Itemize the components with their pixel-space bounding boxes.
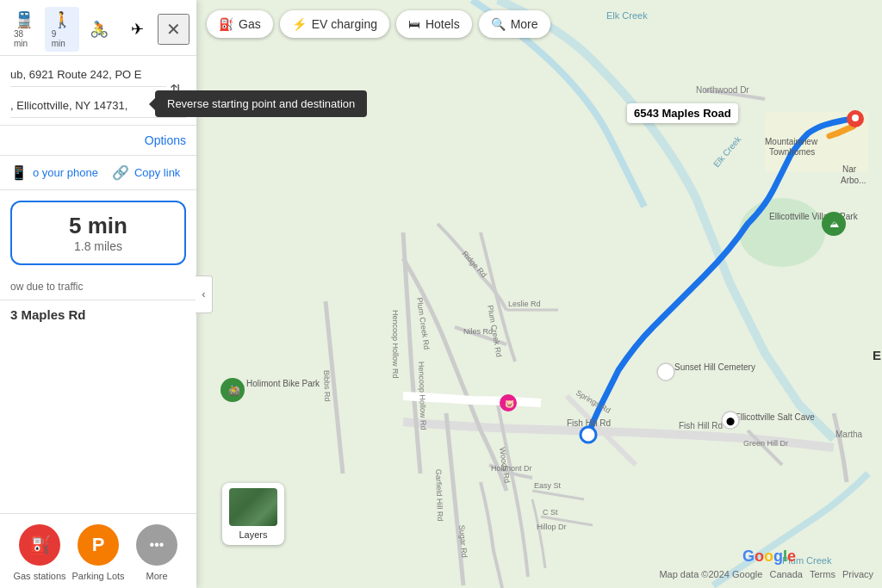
gas-stations-item[interactable]: ⛽ Gas stations xyxy=(10,524,69,581)
gas-filter-button[interactable]: ⛽ Gas xyxy=(207,10,273,38)
svg-point-1 xyxy=(739,198,825,267)
layers-thumbnail xyxy=(229,488,277,526)
share-row: 📱 o your phone 🔗 Copy link xyxy=(0,156,196,190)
flight-mode[interactable]: ✈ xyxy=(120,16,154,42)
google-logo: Google xyxy=(742,548,796,566)
more-label: More xyxy=(146,571,167,581)
svg-text:Hencoop Hollow Rd: Hencoop Hollow Rd xyxy=(391,310,400,379)
g-letter-red: o xyxy=(755,548,764,565)
route-time: 5 min xyxy=(26,213,171,239)
route-inputs: ⇅ xyxy=(0,56,196,126)
canada-link[interactable]: Canada xyxy=(769,569,803,579)
ev-filter-icon: ⚡ xyxy=(292,17,307,31)
walking-time: 9 min xyxy=(52,29,72,48)
svg-text:🐷: 🐷 xyxy=(505,399,515,409)
map-background: Fish Hill Rd Fish Hill Rd Elk Creek Elk … xyxy=(196,0,882,588)
parking-icon-circle: P xyxy=(78,524,119,566)
ev-filter-button[interactable]: ⚡ EV charging xyxy=(280,10,389,38)
parking-label: Parking Lots xyxy=(71,571,124,581)
svg-text:Nar: Nar xyxy=(842,164,857,174)
terms-link[interactable]: Terms xyxy=(810,569,835,579)
options-button[interactable]: Options xyxy=(145,133,186,147)
transit-icon: 🚆 xyxy=(15,10,34,29)
bottom-icons: ⛽ Gas stations P Parking Lots ••• More xyxy=(0,513,196,588)
map-destination-label: 6543 Maples Road xyxy=(627,103,738,123)
map-area[interactable]: Fish Hill Rd Fish Hill Rd Elk Creek Elk … xyxy=(196,0,882,588)
gas-filter-label: Gas xyxy=(239,17,261,31)
origin-input[interactable] xyxy=(10,63,186,87)
link-icon: 🔗 xyxy=(112,164,129,181)
transit-mode[interactable]: 🚆 38 min xyxy=(7,7,41,52)
more-filter-label: More xyxy=(511,17,538,31)
svg-text:Elk Creek: Elk Creek xyxy=(606,10,648,21)
svg-text:Ellicottville: Ellicottville xyxy=(873,348,882,362)
svg-text:Arbo...: Arbo... xyxy=(841,176,866,185)
svg-text:Niles Rd: Niles Rd xyxy=(463,327,493,336)
left-panel: 🚆 38 min 🚶 9 min 🚴 ✈ ✕ ⇅ Options 📱 o you… xyxy=(0,0,196,588)
transit-time: 38 min xyxy=(14,29,34,48)
traffic-note: ow due to traffic xyxy=(0,281,196,300)
gas-filter-icon: ⛽ xyxy=(219,17,233,31)
map-attribution: Map data ©2024 Google Canada Terms Priva… xyxy=(659,569,873,579)
svg-rect-0 xyxy=(196,0,882,588)
gas-icon-circle: ⛽ xyxy=(19,524,60,566)
layers-label: Layers xyxy=(239,529,267,540)
hotels-filter-label: Hotels xyxy=(425,17,460,31)
svg-point-38 xyxy=(581,427,596,443)
svg-text:🚵: 🚵 xyxy=(228,384,240,396)
cycling-mode[interactable]: 🚴 xyxy=(83,16,117,42)
more-filter-search-icon: 🔍 xyxy=(491,17,506,31)
hotels-filter-icon: 🛏 xyxy=(408,17,420,31)
svg-text:Leslie Rd: Leslie Rd xyxy=(508,300,541,308)
route-card: 5 min 1.8 miles xyxy=(10,201,186,265)
svg-text:Holimont Bike Park: Holimont Bike Park xyxy=(246,379,320,388)
transport-bar: 🚆 38 min 🚶 9 min 🚴 ✈ ✕ xyxy=(0,0,196,56)
more-item[interactable]: ••• More xyxy=(127,524,186,581)
walking-icon: 🚶 xyxy=(53,10,71,29)
more-icon-circle: ••• xyxy=(136,524,177,566)
svg-text:Bibbs Rd: Bibbs Rd xyxy=(322,370,332,402)
destination-label: 3 Maples Rd xyxy=(0,300,196,325)
close-button[interactable]: ✕ xyxy=(158,14,189,45)
route-distance: 1.8 miles xyxy=(26,239,171,253)
share-phone-label: o your phone xyxy=(33,166,98,179)
hotels-filter-button[interactable]: 🛏 Hotels xyxy=(396,10,472,38)
filter-bar: ⛽ Gas ⚡ EV charging 🛏 Hotels 🔍 More xyxy=(207,10,550,38)
svg-text:⛰: ⛰ xyxy=(829,219,839,229)
share-phone[interactable]: 📱 o your phone xyxy=(10,164,98,181)
cycling-icon: 🚴 xyxy=(90,20,109,39)
svg-text:Sunset Hill Cemetery: Sunset Hill Cemetery xyxy=(674,362,755,372)
collapse-panel-button[interactable]: ‹ xyxy=(196,275,213,313)
g-letter-blue2: g xyxy=(773,548,783,565)
svg-point-47 xyxy=(657,363,674,381)
g-letter-blue: G xyxy=(742,548,755,565)
svg-text:Martha: Martha xyxy=(835,430,863,439)
svg-text:Fish Hill Rd: Fish Hill Rd xyxy=(679,421,723,430)
svg-text:Mountainview: Mountainview xyxy=(765,137,818,146)
map-data-text: Map data ©2024 Google xyxy=(659,569,762,579)
svg-text:Ellicottville Salt Cave: Ellicottville Salt Cave xyxy=(735,412,815,422)
flight-icon: ✈ xyxy=(131,20,144,39)
options-row: Options xyxy=(0,126,196,156)
parking-item[interactable]: P Parking Lots xyxy=(69,524,127,581)
svg-text:⬤: ⬤ xyxy=(726,417,735,426)
swap-button[interactable]: ⇅ xyxy=(166,77,186,103)
copy-link-label: Copy link xyxy=(134,166,180,179)
phone-icon: 📱 xyxy=(10,164,28,181)
walking-mode[interactable]: 🚶 9 min xyxy=(45,7,79,52)
svg-text:Green Hill Dr: Green Hill Dr xyxy=(743,439,788,448)
svg-text:Garfield Hill Rd: Garfield Hill Rd xyxy=(434,469,444,522)
svg-text:Northwood Dr: Northwood Dr xyxy=(696,85,749,95)
ev-filter-label: EV charging xyxy=(312,17,377,31)
gas-label: Gas stations xyxy=(13,571,65,581)
g-letter-red2: e xyxy=(787,548,796,565)
svg-text:C St: C St xyxy=(543,508,558,517)
layers-button[interactable]: Layers xyxy=(222,483,284,545)
more-filter-button[interactable]: 🔍 More xyxy=(479,10,550,38)
privacy-link[interactable]: Privacy xyxy=(842,569,873,579)
svg-text:Hillop Dr: Hillop Dr xyxy=(537,523,567,531)
svg-point-37 xyxy=(852,115,859,121)
destination-input[interactable] xyxy=(10,94,186,118)
copy-link[interactable]: 🔗 Copy link xyxy=(112,164,180,181)
svg-text:Holimont Dr: Holimont Dr xyxy=(491,464,532,473)
